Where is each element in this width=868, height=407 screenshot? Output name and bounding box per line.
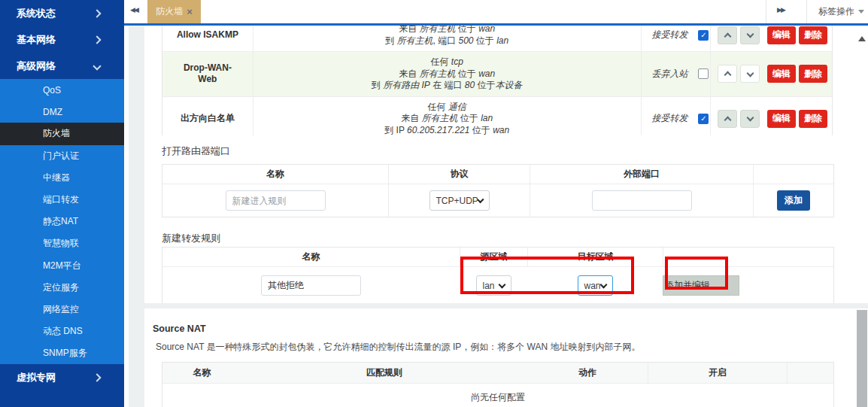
new-forward-rule-name-input[interactable] xyxy=(261,275,361,296)
column-header xyxy=(663,248,833,266)
sidebar-item-动态 DNS[interactable]: 动态 DNS xyxy=(0,320,124,342)
external-port-input[interactable] xyxy=(592,190,692,211)
sidebar-item-网络监控[interactable]: 网络监控 xyxy=(0,299,124,320)
traffic-rules-table: Allow ISAKMP来自 所有主机 位于 wan到 所有主机, 端口 500… xyxy=(162,26,833,135)
empty-table-message: 尚无任何配置 xyxy=(162,384,833,407)
column-header: 名称 xyxy=(162,248,460,266)
firewall-card: Allow ISAKMP来自 所有主机 位于 wan到 所有主机, 端口 500… xyxy=(144,26,868,303)
topbar-divider xyxy=(806,0,807,23)
move-down-button[interactable] xyxy=(740,26,760,44)
rule-enabled-checkbox[interactable]: ✓ xyxy=(698,114,709,124)
rule-action: 接受转发 xyxy=(642,112,699,125)
sidebar-item-label: 网络监控 xyxy=(43,303,79,316)
column-header: 名称 xyxy=(162,363,241,383)
delete-button[interactable]: 删除 xyxy=(799,26,827,44)
protocol-select[interactable]: TCP+UDP xyxy=(429,190,490,211)
edit-button[interactable]: 编辑 xyxy=(767,26,796,44)
sidebar-item-中继器[interactable]: 中继器 xyxy=(0,167,124,189)
open-port-table: 名称 协议 外部端口 TCP+UDP xyxy=(162,164,834,217)
rule-buttons-cell: 编辑删除 xyxy=(710,26,832,51)
sidebar-item-label: 动态 DNS xyxy=(43,325,83,338)
chevron-down-icon xyxy=(746,114,754,122)
sidebar-item-label: 防火墙 xyxy=(43,127,70,140)
close-icon[interactable]: × xyxy=(187,7,193,17)
sidebar-item-SNMP服务[interactable]: SNMP服务 xyxy=(0,342,124,364)
rule-match-description: 任何 tcp来自 所有主机 位于 wan到 所有路由 IP 在 端口 80 位于… xyxy=(253,52,641,96)
column-header: 开启 xyxy=(648,363,787,383)
chevron-down-icon xyxy=(858,10,864,14)
tab-firewall[interactable]: 防火墙 × xyxy=(147,0,201,23)
scroll-up-arrow-icon[interactable] xyxy=(858,36,866,41)
sidebar-item-label: 门户认证 xyxy=(43,150,79,162)
protocol-value: TCP+UDP xyxy=(436,196,478,206)
rule-action: 接受转发 xyxy=(642,29,699,41)
sidebar-item-防火墙[interactable]: 防火墙 xyxy=(0,123,124,144)
move-down-button[interactable] xyxy=(740,110,760,128)
chevron-right-icon xyxy=(93,374,101,382)
sidebar-item-label: 中继器 xyxy=(43,172,70,184)
firewall-rule-row: Drop-WAN-Web任何 tcp来自 所有主机 位于 wan到 所有路由 I… xyxy=(162,51,832,96)
sidebar-item-系统状态[interactable]: 系统状态 xyxy=(0,0,124,26)
scrollbar-thumb[interactable] xyxy=(857,310,867,407)
sidebar-item-基本网络[interactable]: 基本网络 xyxy=(0,26,124,53)
sidebar-item-M2M平台[interactable]: M2M平台 xyxy=(0,255,124,277)
source-nat-card: Source NAT Source NAT 是一种特殊形式的封包伪装，它允许精细… xyxy=(144,308,868,407)
sidebar-item-QoS[interactable]: QoS xyxy=(0,79,124,101)
edit-button[interactable]: 编辑 xyxy=(767,110,796,128)
sidebar-item-label: 高级网络 xyxy=(17,59,56,73)
edit-button[interactable]: 编辑 xyxy=(767,65,796,83)
new-incoming-rule-name-input[interactable] xyxy=(226,190,326,211)
delete-button[interactable]: 删除 xyxy=(799,110,827,128)
column-header: 匹配规则 xyxy=(241,363,527,383)
sidebar-item-label: 虚拟专网 xyxy=(17,371,56,384)
sidebar-item-label: M2M平台 xyxy=(43,260,81,272)
add-and-edit-button[interactable]: 添加并编辑... xyxy=(663,275,739,296)
rule-action-cell: 丢弃入站 xyxy=(641,52,711,96)
rule-action: 丢弃入站 xyxy=(642,68,699,80)
forward-tabs-icon[interactable]: ▶▶ xyxy=(777,6,785,14)
forward-rule-table: 名称 源区域 目标区域 lan wan xyxy=(162,247,834,303)
dest-zone-value: wan xyxy=(584,281,601,291)
sidebar-item-label: 智慧物联 xyxy=(43,237,79,250)
collapse-tabs-icon[interactable]: ◀◀ xyxy=(130,6,138,14)
sidebar-item-label: SNMP服务 xyxy=(43,347,87,360)
source-nat-description: Source NAT 是一种特殊形式的封包伪装，它允许精细的控制传出流量的源 I… xyxy=(144,334,868,354)
chevron-up-icon xyxy=(724,116,731,123)
column-header: 协议 xyxy=(388,165,530,184)
source-zone-select[interactable]: lan xyxy=(476,275,511,296)
rule-action-cell: 接受转发✓ xyxy=(641,97,711,136)
tab-actions-dropdown[interactable]: 标签操作 xyxy=(815,0,868,23)
sidebar: 系统状态基本网络高级网络QoSDMZ防火墙门户认证中继器端口转发静态NAT智慧物… xyxy=(0,0,124,407)
sidebar-item-智慧物联[interactable]: 智慧物联 xyxy=(0,232,124,254)
source-zone-value: lan xyxy=(483,281,495,291)
rule-enabled-checkbox[interactable] xyxy=(698,68,709,79)
open-port-section-title: 打开路由器端口 xyxy=(162,145,868,156)
sidebar-item-DMZ[interactable]: DMZ xyxy=(0,101,124,123)
sidebar-item-label: 静态NAT xyxy=(43,215,78,228)
sidebar-item-高级网络[interactable]: 高级网络 xyxy=(0,53,124,79)
sidebar-item-端口转发[interactable]: 端口转发 xyxy=(0,189,124,211)
sidebar-item-定位服务[interactable]: 定位服务 xyxy=(0,277,124,299)
sidebar-item-静态NAT[interactable]: 静态NAT xyxy=(0,211,124,232)
move-up-button[interactable] xyxy=(718,65,737,83)
content-left-strip xyxy=(124,26,129,407)
tab-actions-label: 标签操作 xyxy=(818,5,854,18)
dest-zone-select[interactable]: wan xyxy=(578,275,613,296)
sidebar-item-门户认证[interactable]: 门户认证 xyxy=(0,145,124,167)
forward-rule-section-title: 新建转发规则 xyxy=(162,232,868,244)
move-down-button[interactable] xyxy=(740,65,760,83)
column-header: 源区域 xyxy=(460,248,527,266)
rule-enabled-checkbox[interactable]: ✓ xyxy=(698,30,709,41)
rule-name: Allow ISAKMP xyxy=(162,26,253,45)
move-up-button[interactable] xyxy=(718,110,737,128)
sidebar-item-虚拟专网[interactable]: 虚拟专网 xyxy=(0,364,124,390)
chevron-down-icon xyxy=(746,31,754,38)
chevron-up-icon xyxy=(724,71,731,79)
column-header xyxy=(787,363,833,383)
delete-button[interactable]: 删除 xyxy=(799,65,827,83)
chevron-down-icon xyxy=(746,69,754,77)
add-button[interactable]: 添加 xyxy=(777,190,810,211)
chevron-down-icon xyxy=(93,62,101,70)
move-up-button[interactable] xyxy=(718,26,737,44)
sidebar-item-label: DMZ xyxy=(43,107,62,117)
